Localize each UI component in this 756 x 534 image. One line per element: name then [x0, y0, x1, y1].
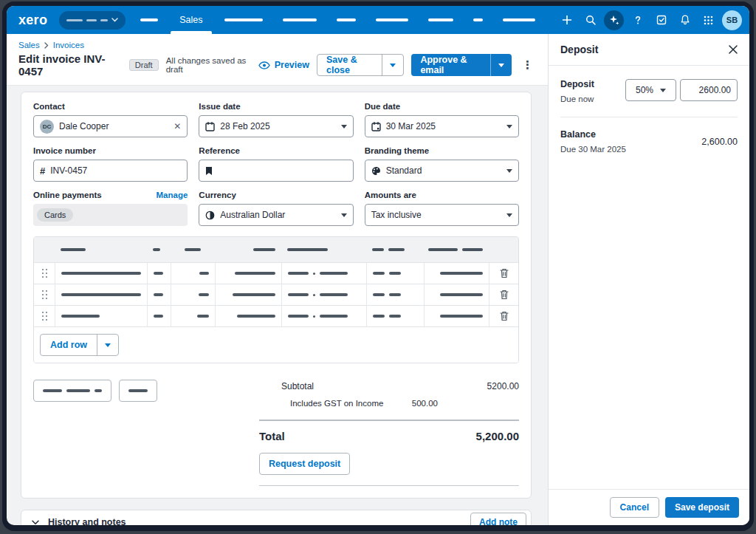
deposit-due-note: Due now	[560, 95, 594, 103]
table-row[interactable]	[34, 262, 518, 284]
contact-field-group: Contact DC Dale Cooper ✕	[33, 102, 188, 137]
sparkle-icon[interactable]	[604, 10, 624, 30]
add-note-button[interactable]: Add note	[470, 513, 526, 525]
balance-due-note: Due 30 Mar 2025	[560, 145, 626, 154]
manage-payments-link[interactable]: Manage	[157, 191, 188, 199]
nav-item-redacted[interactable]	[503, 18, 535, 21]
redacted-button[interactable]	[33, 380, 111, 402]
online-payments-field-group: Online payments Manage Cards	[33, 191, 188, 226]
nav-item-redacted[interactable]	[224, 18, 263, 21]
total-value: 5,200.00	[476, 430, 519, 442]
redacted-button[interactable]	[119, 380, 157, 402]
nav-item-redacted[interactable]	[140, 18, 158, 21]
user-avatar[interactable]: SB	[722, 10, 742, 30]
organisation-switcher[interactable]	[59, 11, 126, 30]
deposit-panel-title: Deposit	[560, 44, 598, 55]
hash-icon: #	[40, 165, 45, 177]
drag-handle[interactable]	[41, 269, 47, 278]
balance-label: Balance	[560, 129, 626, 140]
branding-theme-select[interactable]: Standard	[365, 160, 519, 182]
invoice-number-label: Invoice number	[33, 146, 188, 155]
contact-avatar: DC	[40, 120, 54, 134]
redacted-cell	[197, 315, 209, 318]
online-payments-strip: Cards	[33, 204, 188, 226]
history-and-notes-bar[interactable]: History and notes Add note	[21, 510, 532, 525]
save-deposit-button[interactable]: Save deposit	[665, 497, 739, 518]
reference-input[interactable]	[199, 160, 353, 182]
nav-item-redacted[interactable]	[473, 18, 483, 21]
nav-item-redacted[interactable]	[283, 18, 317, 21]
table-row[interactable]	[34, 305, 518, 326]
delete-row-icon[interactable]	[500, 268, 509, 278]
chevron-down-icon	[660, 89, 666, 92]
request-deposit-button[interactable]: Request deposit	[259, 453, 350, 475]
table-row[interactable]	[34, 284, 518, 305]
chevron-down-icon	[506, 213, 512, 217]
deposit-label: Deposit	[560, 79, 594, 89]
issue-date-field-group: Issue date 28 Feb 2025	[199, 102, 353, 137]
main-nav: Sales	[140, 6, 535, 34]
tasks-icon[interactable]	[651, 10, 671, 30]
tax-label: Includes GST on Income	[259, 399, 383, 408]
deposit-percent-select[interactable]: 50%	[625, 79, 676, 101]
redacted-cell	[199, 272, 209, 275]
cancel-button[interactable]: Cancel	[610, 497, 659, 518]
drag-handle[interactable]	[41, 312, 47, 321]
xero-logo: xero	[18, 13, 47, 28]
help-icon[interactable]	[628, 10, 647, 30]
invoice-number-field-group: Invoice number # INV-0457	[33, 146, 188, 182]
amounts-are-value: Tax inclusive	[371, 210, 422, 220]
redacted-column-header	[61, 248, 86, 251]
save-and-close-button[interactable]: Save & close	[317, 54, 404, 76]
redacted-cell	[440, 293, 483, 296]
totals-divider	[259, 420, 519, 421]
delete-row-icon[interactable]	[500, 311, 509, 321]
approve-and-email-button[interactable]: Approve & email	[411, 54, 512, 76]
redacted-column-header	[185, 248, 201, 251]
add-row-button[interactable]: Add row	[40, 334, 119, 356]
status-badge: Draft	[129, 59, 159, 71]
nav-item-redacted[interactable]	[337, 18, 356, 21]
add-row-options-caret[interactable]	[97, 335, 118, 355]
nav-item-sales[interactable]: Sales	[178, 6, 204, 34]
issue-date-value: 28 Feb 2025	[220, 121, 269, 131]
drag-handle[interactable]	[41, 290, 47, 300]
clear-contact-icon[interactable]: ✕	[173, 121, 181, 131]
more-options-button[interactable]: ⋮	[519, 58, 536, 72]
approve-options-caret[interactable]	[490, 54, 512, 76]
deposit-amount-input[interactable]	[680, 79, 738, 101]
redacted-column-header	[287, 248, 328, 251]
eye-icon	[258, 61, 270, 69]
invoice-number-input[interactable]: # INV-0457	[33, 160, 188, 182]
table-footer: Add row	[34, 326, 518, 363]
issue-date-label: Issue date	[199, 102, 353, 111]
chevron-down-icon	[111, 18, 118, 22]
search-icon[interactable]	[580, 10, 600, 30]
redacted-cell	[237, 315, 275, 318]
panel-divider	[560, 117, 738, 117]
apps-grid-icon[interactable]	[698, 10, 718, 30]
chevron-down-icon	[341, 213, 347, 217]
close-icon[interactable]	[729, 45, 738, 54]
breadcrumb-invoices[interactable]: Invoices	[53, 41, 84, 49]
bell-icon[interactable]	[675, 10, 695, 30]
breadcrumb-sales[interactable]: Sales	[18, 41, 40, 49]
issue-date-input[interactable]: 28 Feb 2025	[199, 115, 353, 137]
chevron-down-icon	[105, 343, 111, 347]
total-label: Total	[259, 430, 285, 442]
redacted-cell	[61, 315, 100, 318]
save-options-caret[interactable]	[382, 55, 403, 75]
amounts-are-select[interactable]: Tax inclusive	[365, 204, 519, 226]
nav-item-redacted[interactable]	[376, 18, 408, 21]
preview-button[interactable]: Preview	[258, 60, 309, 70]
contact-input[interactable]: DC Dale Cooper ✕	[33, 115, 188, 137]
plus-icon[interactable]	[557, 10, 577, 30]
redacted-cell	[233, 293, 275, 296]
delete-row-icon[interactable]	[500, 290, 509, 300]
due-date-input[interactable]: 30 Mar 2025	[365, 115, 519, 137]
nav-item-redacted[interactable]	[428, 18, 453, 21]
currency-select[interactable]: Australian Dollar	[199, 204, 353, 226]
totals-section: Subtotal 5200.00 Includes GST on Income …	[33, 380, 519, 486]
chevron-down-icon[interactable]	[32, 520, 39, 525]
amounts-are-label: Amounts are	[365, 191, 519, 199]
